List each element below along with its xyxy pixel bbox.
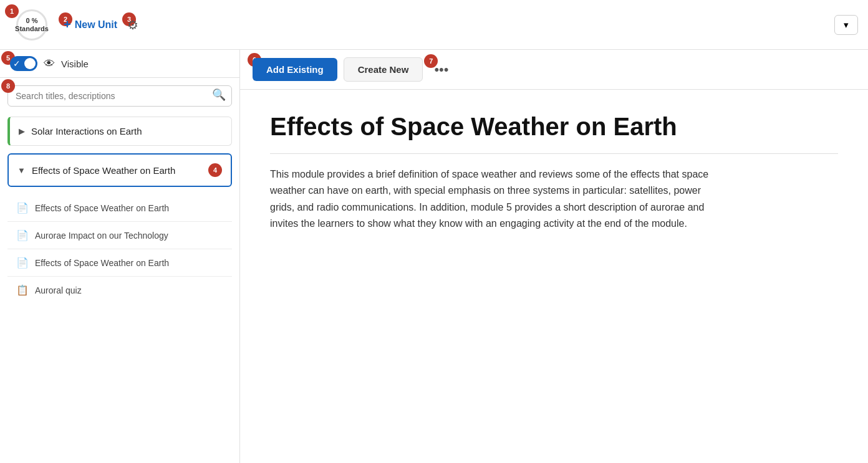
sub-items-container: 📄 Effects of Space Weather on Earth 📄 Au… [7,194,232,303]
badge-1: 1 [5,4,19,18]
standards-circle: 0 % Standards [16,9,47,41]
visible-bar: 5 ✓ 👁 Visible [0,50,239,78]
search-container: 8 🔍 [0,78,239,112]
unit-label-effects: Effects of Space Weather on Earth [32,165,202,176]
sub-item-1[interactable]: 📄 Effects of Space Weather on Earth [7,194,232,222]
more-options-wrapper: 7 ••• [429,59,453,80]
add-existing-label: Add Existing [266,64,324,75]
right-content: Effects of Space Weather on Earth This m… [240,90,868,463]
right-toolbar: 6 Add Existing Create New 7 ••• [240,50,868,90]
new-unit-label: New Unit [75,19,117,31]
sub-item-label-3: Effects of Space Weather on Earth [35,258,223,268]
create-new-label: Create New [358,64,409,75]
add-existing-wrapper: 6 Add Existing [253,58,337,81]
main-area: 5 ✓ 👁 Visible 8 🔍 ▶ Solar Interactions o… [0,50,868,463]
create-new-button[interactable]: Create New [344,57,423,82]
new-unit-wrapper: 2 + New Unit [64,17,117,32]
settings-button[interactable]: ⚙ [127,17,138,32]
module-description: This module provides a brief definition … [270,166,719,232]
right-panel: 6 Add Existing Create New 7 ••• Effects … [240,50,868,463]
doc-icon-2: 📄 [16,229,29,241]
chevron-right-icon: ▶ [19,126,25,136]
main-toolbar: 1 0 % Standards 2 + New Unit 3 ⚙ ▾ [0,0,868,50]
more-options-button[interactable]: ••• [429,59,453,80]
dropdown-button[interactable]: ▾ [834,15,858,35]
sub-item-3[interactable]: 📄 Effects of Space Weather on Earth [7,249,232,277]
chevron-down-icon: ▼ [17,166,26,175]
doc-icon-1: 📄 [16,202,29,214]
unit-item-effects[interactable]: ▼ Effects of Space Weather on Earth 4 [7,153,232,187]
sub-item-label-2: Aurorae Impact on our Technology [35,231,223,241]
sidebar: 5 ✓ 👁 Visible 8 🔍 ▶ Solar Interactions o… [0,50,240,463]
add-existing-button[interactable]: Add Existing [253,58,337,81]
unit-item-solar[interactable]: ▶ Solar Interactions on Earth [7,117,232,146]
module-divider [270,153,838,154]
standards-percent: 0 % [26,17,38,24]
search-input[interactable] [7,85,232,107]
eye-icon: 👁 [44,57,55,70]
module-title: Effects of Space Weather on Earth [270,112,838,141]
standards-badge: 1 0 % Standards [10,9,54,41]
gear-wrapper: 3 ⚙ [127,17,138,32]
visible-label: Visible [61,59,89,69]
sub-item-label-4: Auroral quiz [35,285,223,295]
badge-4: 4 [208,163,222,177]
quiz-icon: 📋 [16,284,29,296]
toggle-group: ✓ [10,56,37,71]
toolbar-right: ▾ [834,15,858,35]
new-unit-button[interactable]: + New Unit [64,17,117,32]
sidebar-list: ▶ Solar Interactions on Earth ▼ Effects … [0,112,239,463]
doc-icon-3: 📄 [16,257,29,269]
search-icon-button[interactable]: 🔍 [212,88,226,102]
sub-item-2[interactable]: 📄 Aurorae Impact on our Technology [7,222,232,249]
standards-label: Standards [15,25,49,32]
check-icon: ✓ [13,59,21,69]
badge-8: 8 [1,79,15,93]
visible-toggle[interactable]: ✓ [10,56,37,71]
plus-icon: + [64,17,71,32]
sub-item-4[interactable]: 📋 Auroral quiz [7,277,232,303]
sub-item-label-1: Effects of Space Weather on Earth [35,203,223,213]
unit-label-solar: Solar Interactions on Earth [31,126,223,136]
